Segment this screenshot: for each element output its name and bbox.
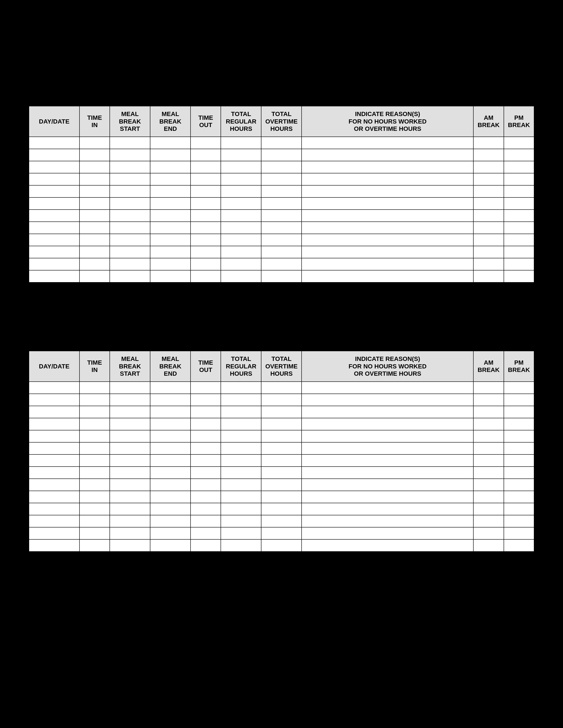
table-row	[29, 149, 534, 161]
cell-overtime	[261, 394, 302, 406]
table-row	[29, 222, 534, 234]
cell-mealstart	[110, 503, 150, 515]
cell-regular	[221, 539, 261, 552]
cell-ambreak	[473, 173, 504, 185]
cell-mealend	[150, 270, 190, 282]
cell-mealend	[150, 382, 190, 394]
cell-reason	[302, 406, 473, 418]
cell-pmbreak	[504, 467, 534, 479]
cell-timeout	[190, 454, 221, 467]
cell-mealstart	[110, 515, 150, 527]
cell-regular	[221, 185, 261, 197]
cell-regular	[221, 467, 261, 479]
cell-reason	[302, 491, 473, 503]
cell-daydate	[29, 173, 79, 185]
cell-mealstart	[110, 234, 150, 246]
cell-timeout	[190, 210, 221, 222]
cell-regular	[221, 270, 261, 282]
cell-mealend	[150, 442, 190, 454]
cell-timeout	[190, 418, 221, 430]
cell-daydate	[29, 467, 79, 479]
cell-reason	[302, 149, 473, 161]
cell-reason	[302, 394, 473, 406]
cell-regular	[221, 515, 261, 527]
cell-timein	[79, 222, 110, 234]
cell-reason	[302, 454, 473, 467]
cell-overtime	[261, 210, 302, 222]
cell-overtime	[261, 161, 302, 173]
table-row	[29, 270, 534, 282]
cell-mealend	[150, 258, 190, 270]
cell-pmbreak	[504, 491, 534, 503]
cell-overtime	[261, 418, 302, 430]
table-row	[29, 442, 534, 454]
table-row	[29, 406, 534, 418]
table-row	[29, 210, 534, 222]
cell-regular	[221, 197, 261, 210]
cell-ambreak	[473, 406, 504, 418]
cell-pmbreak	[504, 270, 534, 282]
cell-mealend	[150, 454, 190, 467]
cell-regular	[221, 442, 261, 454]
cell-reason	[302, 185, 473, 197]
page: DAY/DATE TIMEIN MEALBREAKSTART MEALBREAK…	[0, 0, 563, 728]
header-reason-1: INDICATE REASON(S)FOR NO HOURS WORKEDOR …	[302, 106, 473, 137]
cell-timein	[79, 234, 110, 246]
cell-daydate	[29, 515, 79, 527]
cell-overtime	[261, 515, 302, 527]
cell-timeout	[190, 270, 221, 282]
cell-mealstart	[110, 185, 150, 197]
table-row	[29, 430, 534, 442]
cell-mealend	[150, 173, 190, 185]
cell-ambreak	[473, 197, 504, 210]
cell-mealend	[150, 515, 190, 527]
cell-mealstart	[110, 173, 150, 185]
cell-daydate	[29, 210, 79, 222]
cell-regular	[221, 234, 261, 246]
cell-timeout	[190, 394, 221, 406]
cell-ambreak	[473, 527, 504, 539]
cell-timein	[79, 406, 110, 418]
header-pmbreak-1: PMBREAK	[504, 106, 534, 137]
cell-timeout	[190, 479, 221, 491]
cell-timein	[79, 246, 110, 258]
cell-reason	[302, 430, 473, 442]
cell-timeout	[190, 430, 221, 442]
header-regular-1: TOTALREGULARHOURS	[221, 106, 261, 137]
cell-reason	[302, 210, 473, 222]
header-pmbreak-2: PMBREAK	[504, 351, 534, 382]
cell-ambreak	[473, 430, 504, 442]
header-daydate-1: DAY/DATE	[29, 106, 79, 137]
table-row	[29, 173, 534, 185]
table-row	[29, 394, 534, 406]
cell-ambreak	[473, 149, 504, 161]
cell-timein	[79, 527, 110, 539]
header-overtime-2: TOTALOVERTIMEHOURS	[261, 351, 302, 382]
cell-pmbreak	[504, 430, 534, 442]
header-mealstart-1: MEALBREAKSTART	[110, 106, 150, 137]
cell-timein	[79, 185, 110, 197]
cell-overtime	[261, 467, 302, 479]
cell-mealstart	[110, 197, 150, 210]
cell-timein	[79, 503, 110, 515]
cell-mealend	[150, 394, 190, 406]
table-row	[29, 467, 534, 479]
cell-overtime	[261, 270, 302, 282]
cell-regular	[221, 137, 261, 149]
timesheet-table-2: DAY/DATE TIMEIN MEALBREAKSTART MEALBREAK…	[29, 351, 534, 552]
header-timeout-1: TIMEOUT	[190, 106, 221, 137]
cell-mealend	[150, 479, 190, 491]
timesheet-section-2: DAY/DATE TIMEIN MEALBREAKSTART MEALBREAK…	[29, 351, 534, 552]
cell-mealstart	[110, 382, 150, 394]
cell-timeout	[190, 406, 221, 418]
cell-regular	[221, 491, 261, 503]
table-row	[29, 197, 534, 210]
cell-overtime	[261, 539, 302, 552]
cell-mealend	[150, 467, 190, 479]
cell-overtime	[261, 430, 302, 442]
cell-timeout	[190, 503, 221, 515]
cell-mealend	[150, 503, 190, 515]
cell-mealend	[150, 539, 190, 552]
cell-daydate	[29, 222, 79, 234]
cell-reason	[302, 539, 473, 552]
